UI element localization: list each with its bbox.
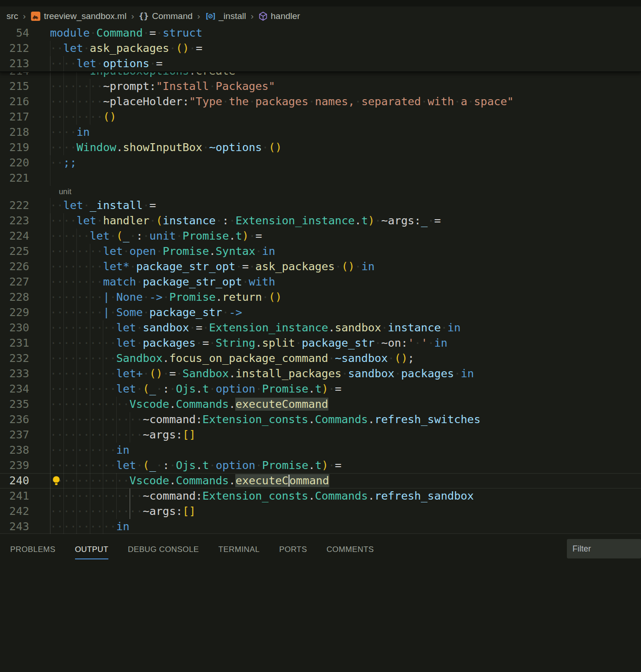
whitespace-dots: · [143, 199, 149, 212]
breadcrumb-item-_install[interactable]: [⊘]_install [205, 11, 246, 21]
code-line[interactable]: 235············Vscode.Commands.executeCo… [0, 397, 641, 412]
line-number[interactable]: 236 [0, 412, 29, 427]
code-line[interactable]: 232··········Sandbox.focus_on_package_co… [0, 351, 641, 366]
line-number[interactable]: 231 [0, 336, 29, 351]
line-number[interactable]: 229 [0, 305, 29, 320]
code-line[interactable]: 227········match·package_str_opt·with [0, 274, 641, 290]
whitespace-dots: · [156, 245, 163, 258]
code-line[interactable]: 224······let·(_·:·unit·Promise.t)·= [0, 228, 641, 244]
filter-input[interactable] [567, 539, 641, 558]
code-line[interactable]: 220··;; [0, 155, 641, 171]
breadcrumb-item-command[interactable]: {}Command [138, 11, 192, 21]
whitespace-dots: · [136, 459, 143, 472]
line-number[interactable]: 240 [0, 473, 29, 488]
line-number[interactable]: 219 [0, 140, 29, 155]
panel-tab-ports[interactable]: PORTS [279, 545, 307, 559]
line-number[interactable]: 222 [0, 198, 29, 213]
line-number[interactable]: 220 [0, 155, 29, 171]
code-line[interactable]: 226········let*·package_str_opt·=·ask_pa… [0, 259, 641, 274]
whitespace-dots: · [136, 382, 143, 395]
breadcrumb-item-handler[interactable]: handler [258, 11, 300, 21]
code-line[interactable]: 217········() [0, 109, 641, 125]
code-line[interactable]: 237··············~args:[] [0, 427, 641, 443]
code-text: ········let·open·Promise.Syntax·in [50, 244, 275, 259]
panel-tab-debug-console[interactable]: DEBUG CONSOLE [128, 545, 199, 559]
code-line[interactable]: 229········|·Some·package_str·-> [0, 305, 641, 320]
line-number[interactable]: 224 [0, 228, 29, 244]
line-number[interactable]: 237 [0, 427, 29, 443]
code-line[interactable]: 240············Vscode.Commands.executeCo… [0, 473, 641, 488]
breadcrumb-label: _install [219, 11, 246, 21]
line-number[interactable]: 228 [0, 290, 29, 305]
line-number[interactable]: 241 [0, 488, 29, 504]
code-line[interactable]: 241··············~command:Extension_cons… [0, 488, 641, 504]
indent-guides [50, 427, 130, 443]
line-number[interactable]: 216 [0, 94, 29, 109]
line-number[interactable]: 218 [0, 125, 29, 140]
line-number[interactable]: 215 [0, 79, 29, 94]
whitespace-dots: · [176, 367, 182, 380]
code-line[interactable]: 238··········in [0, 443, 641, 458]
code-line[interactable]: 234··········let·(_·:·Ojs.t·option·Promi… [0, 381, 641, 397]
line-number[interactable]: 233 [0, 366, 29, 381]
line-number[interactable]: 234 [0, 381, 29, 397]
whitespace-dots: · [96, 214, 103, 227]
code-text: ··········let+·()·=·Sandbox.install_pack… [50, 366, 474, 381]
code-line[interactable]: 218····in [0, 125, 641, 140]
line-number[interactable]: 213 [0, 56, 29, 71]
code-line[interactable]: 215········~prompt:"Install·Packages" [0, 79, 641, 94]
code-text: ····let·handler·(instance·:·Extension_in… [50, 213, 441, 228]
line-number[interactable]: 238 [0, 443, 29, 458]
code-line[interactable]: 228········|·None·->·Promise.return·() [0, 290, 641, 305]
sticky-line[interactable]: 212··let·ask_packages·()·= [0, 41, 641, 56]
panel-tab-output[interactable]: OUTPUT [75, 545, 108, 559]
panel-tab-terminal[interactable]: TERMINAL [218, 545, 259, 559]
code-line[interactable]: 236··············~command:Extension_cons… [0, 412, 641, 427]
code-line[interactable]: 222··let·_install·= [0, 198, 641, 213]
line-number[interactable]: 227 [0, 274, 29, 290]
whitespace-dots: · [249, 95, 255, 108]
line-number[interactable]: 221 [0, 171, 29, 186]
whitespace-dots: · [163, 367, 169, 380]
indent-guides [50, 336, 103, 351]
line-number[interactable]: 225 [0, 244, 29, 259]
code-line[interactable]: 216········~placeHolder:"Type·the·packag… [0, 94, 641, 109]
line-number[interactable]: 242 [0, 504, 29, 519]
whitespace-dots: · [395, 367, 401, 380]
panel-tab-comments[interactable]: COMMENTS [327, 545, 374, 559]
indent-guides [50, 473, 117, 488]
line-number[interactable]: 212 [0, 41, 29, 56]
line-number[interactable]: 223 [0, 213, 29, 228]
codelens[interactable]: unit [59, 186, 71, 198]
indent-guides [50, 381, 103, 397]
code-text: ····Window.showInputBox·~options·() [50, 140, 282, 155]
line-number[interactable]: 226 [0, 259, 29, 274]
breadcrumb-item-src[interactable]: src [6, 11, 18, 21]
sticky-line[interactable]: 54module·Command·=·struct [0, 25, 641, 41]
line-number[interactable]: 54 [0, 25, 29, 41]
whitespace-dots: · [388, 352, 394, 365]
breadcrumb-item-treeview_sandbox.ml[interactable]: treeview_sandbox.ml [31, 11, 126, 21]
code-line[interactable]: 233··········let+·()·=·Sandbox.install_p… [0, 366, 641, 381]
line-number[interactable]: 217 [0, 109, 29, 125]
indent-guides [50, 198, 50, 213]
code-line[interactable]: 242··············~args:[] [0, 504, 641, 519]
sticky-line[interactable]: 213····let·options·= [0, 56, 641, 71]
code-line[interactable]: 243··········in [0, 519, 641, 534]
line-number[interactable]: 239 [0, 458, 29, 473]
code-line[interactable]: 223····let·handler·(instance·:·Extension… [0, 213, 641, 228]
line-number[interactable]: 230 [0, 320, 29, 336]
code-line[interactable]: 230··········let·sandbox·=·Extension_ins… [0, 320, 641, 336]
line-number[interactable]: 232 [0, 351, 29, 366]
code-line[interactable]: 219····Window.showInputBox·~options·() [0, 140, 641, 155]
indent-guides [50, 397, 117, 412]
ocaml-file-icon [31, 11, 41, 21]
code-line[interactable]: 239··········let·(_·:·Ojs.t·option·Promi… [0, 458, 641, 473]
code-line[interactable]: 225········let·open·Promise.Syntax·in [0, 244, 641, 259]
code-line[interactable]: 221 [0, 171, 641, 186]
line-number[interactable]: 243 [0, 519, 29, 534]
line-number[interactable]: 235 [0, 397, 29, 412]
code-line[interactable]: 231··········let·packages·=·String.split… [0, 336, 641, 351]
panel-tab-problems[interactable]: PROBLEMS [10, 545, 56, 559]
indent-guides [50, 228, 77, 244]
